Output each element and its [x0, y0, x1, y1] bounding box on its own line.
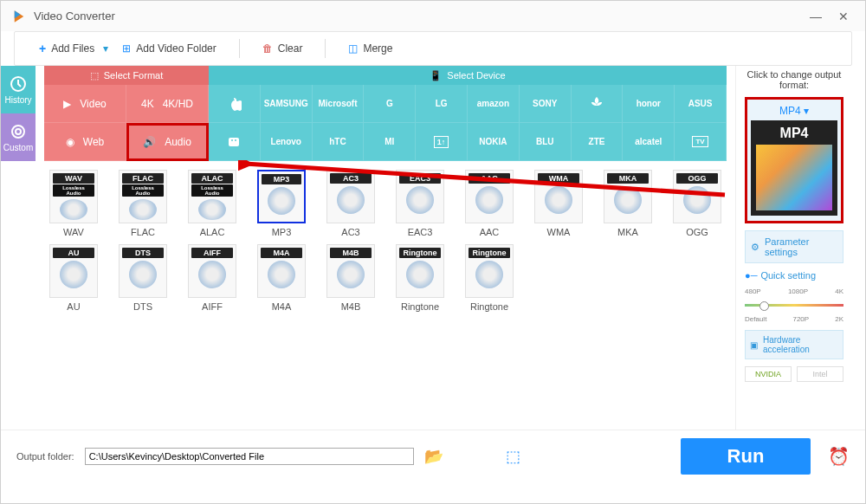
- device-samsung[interactable]: SAMSUNG: [261, 85, 313, 123]
- device-blu[interactable]: BLU: [520, 123, 572, 161]
- custom-tab[interactable]: Custom: [1, 113, 36, 161]
- device-alcatel[interactable]: alcatel: [623, 123, 675, 161]
- plus-icon: +: [39, 42, 46, 55]
- tabs-header: ⬚Select Format 📱Select Device: [44, 66, 727, 85]
- merge-button[interactable]: ◫Merge: [341, 39, 399, 58]
- quick-setting-label: ●─Quick setting: [745, 270, 843, 281]
- audio-tab[interactable]: 🔊Audio: [126, 123, 209, 161]
- format-aac[interactable]: AACAAC: [460, 170, 519, 237]
- hd-icon: 4K: [141, 98, 154, 110]
- quick-setting-ticks-top: 480P1080P4K: [745, 288, 843, 295]
- bottom-bar: Output folder: 📂 ⬚ Run ⏰: [1, 430, 865, 481]
- format-ringtone[interactable]: RingtoneRingtone: [460, 244, 519, 312]
- quality-slider[interactable]: [745, 304, 843, 307]
- device-brand-7[interactable]: [572, 85, 624, 123]
- intel-badge: Intel: [797, 366, 843, 382]
- device-microsoft[interactable]: Microsoft: [313, 85, 365, 123]
- video-tab[interactable]: ▶Video: [44, 85, 126, 123]
- quick-setting-ticks-bottom: Default720P2K: [745, 315, 843, 323]
- svg-point-1: [12, 126, 24, 138]
- folder-plus-icon: ⊞: [122, 42, 131, 55]
- format-eac3[interactable]: EAC3EAC3: [391, 170, 449, 237]
- app-logo-icon: [11, 9, 27, 24]
- web-icon: ◉: [66, 136, 74, 148]
- device-icon: 📱: [430, 70, 442, 81]
- apple-icon: [226, 95, 242, 113]
- web-tab[interactable]: ◉Web: [44, 123, 126, 161]
- output-title: Click to change output format:: [745, 69, 843, 90]
- svg-point-2: [16, 129, 21, 134]
- format-row-1: WAVLossless AudioWAVFLACLossless AudioFL…: [44, 170, 727, 237]
- output-folder-input[interactable]: [85, 448, 414, 465]
- run-button[interactable]: Run: [681, 438, 811, 475]
- format-dts[interactable]: DTSDTS: [113, 244, 172, 312]
- right-panel: Click to change output format: MP4 ▾ MP4…: [735, 66, 852, 430]
- device-tv[interactable]: TV: [675, 123, 727, 161]
- format-au[interactable]: AUAU: [44, 244, 103, 312]
- format-row-2: AUAUDTSDTSAIFFAIFFM4AM4AM4BM4BRingtoneRi…: [44, 244, 727, 312]
- device-asus[interactable]: ASUS: [675, 85, 727, 123]
- device-brand-10[interactable]: [209, 123, 261, 161]
- device-amazon[interactable]: amazon: [468, 85, 520, 123]
- device-honor[interactable]: honor: [623, 85, 675, 123]
- parameter-settings-button[interactable]: ⚙Parameter settings: [745, 230, 843, 263]
- format-ringtone[interactable]: RingtoneRingtone: [391, 244, 449, 312]
- minimize-button[interactable]: —: [805, 5, 827, 28]
- close-button[interactable]: ✕: [832, 5, 855, 28]
- 4k-hd-tab[interactable]: 4K4K/HD: [126, 85, 209, 123]
- device-nokia[interactable]: NOKIA: [468, 123, 520, 161]
- left-sidebar: History Custom: [1, 66, 36, 430]
- format-wav[interactable]: WAVLossless AudioWAV: [44, 170, 103, 237]
- output-folder-label: Output folder:: [16, 451, 74, 462]
- schedule-icon[interactable]: ⏰: [828, 446, 850, 467]
- format-wma[interactable]: WMAWMA: [529, 170, 588, 237]
- titlebar: Video Converter — ✕: [1, 1, 865, 31]
- sliders-icon: ⚙: [751, 242, 759, 253]
- add-files-button[interactable]: +Add Files▾: [32, 38, 115, 59]
- speaker-icon: 🔊: [143, 136, 156, 148]
- device-lenovo[interactable]: Lenovo: [261, 123, 313, 161]
- chip-icon: ▣: [750, 340, 758, 350]
- device-brand-0[interactable]: [209, 85, 261, 123]
- format-alac[interactable]: ALACLossless AudioALAC: [183, 170, 242, 237]
- clip-icon: ⬚: [90, 70, 99, 81]
- trash-icon: 🗑: [262, 42, 273, 55]
- gear-icon: [10, 123, 27, 140]
- history-tab[interactable]: History: [1, 66, 36, 113]
- device-sony[interactable]: SONY: [520, 85, 572, 123]
- android-icon: [227, 134, 241, 150]
- device-brand-14[interactable]: 1↑: [416, 123, 468, 161]
- format-mp3[interactable]: MP3MP3: [252, 170, 311, 237]
- nvidia-badge: NVIDIA: [745, 366, 792, 382]
- app-title: Video Converter: [34, 10, 115, 23]
- device-lg[interactable]: LG: [416, 85, 468, 123]
- hardware-accel-button[interactable]: ▣Hardware acceleration: [745, 330, 843, 359]
- output-format-button[interactable]: MP4 ▾ MP4: [745, 97, 843, 223]
- chevron-down-icon: ▾: [804, 105, 809, 117]
- clear-button[interactable]: 🗑Clear: [255, 39, 310, 58]
- huawei-icon: [588, 95, 605, 113]
- device-g[interactable]: G: [364, 85, 416, 123]
- format-m4b[interactable]: M4BM4B: [321, 244, 380, 312]
- toolbar: +Add Files▾ ⊞Add Video Folder 🗑Clear ◫Me…: [14, 31, 852, 66]
- select-device-header: 📱Select Device: [209, 66, 727, 85]
- device-grid: SAMSUNGMicrosoftGLGamazonSONYhonorASUSLe…: [209, 85, 727, 161]
- open-folder-icon[interactable]: 📂: [424, 447, 443, 466]
- device-zte[interactable]: ZTE: [572, 123, 624, 161]
- format-ac3[interactable]: AC3AC3: [321, 170, 380, 237]
- output-thumbnail: MP4: [751, 120, 837, 216]
- format-mka[interactable]: MKAMKA: [598, 170, 657, 237]
- history-icon: [10, 75, 27, 93]
- svg-point-4: [231, 139, 233, 141]
- chevron-down-icon[interactable]: ▾: [103, 42, 108, 55]
- add-folder-button[interactable]: ⊞Add Video Folder: [115, 39, 223, 58]
- device-mi[interactable]: MI: [364, 123, 416, 161]
- format-m4a[interactable]: M4AM4A: [252, 244, 311, 312]
- format-flac[interactable]: FLACLossless AudioFLAC: [113, 170, 172, 237]
- format-aiff[interactable]: AIFFAIFF: [183, 244, 242, 312]
- device-htc[interactable]: hTC: [313, 123, 365, 161]
- svg-point-5: [235, 139, 236, 141]
- clip-icon[interactable]: ⬚: [506, 447, 520, 466]
- format-ogg[interactable]: OGGOGG: [668, 170, 727, 237]
- svg-rect-3: [229, 138, 239, 146]
